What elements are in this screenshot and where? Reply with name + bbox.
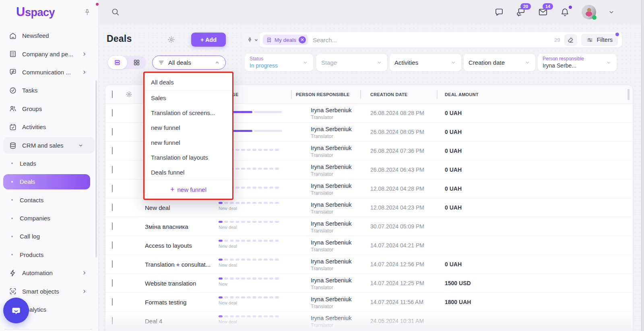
row-checkbox[interactable]	[112, 298, 113, 306]
row-checkbox[interactable]	[112, 204, 113, 211]
sidebar-item-automation[interactable]: Automation	[0, 264, 98, 282]
row-checkbox[interactable]	[112, 260, 113, 268]
sidebar-item-contacts[interactable]: Contacts	[0, 191, 98, 209]
sidebar-item-activities[interactable]: Activities	[0, 118, 98, 136]
deals-search-bar[interactable]: My deals ✕ 29 Filters	[260, 32, 622, 47]
sidebar-item-communication[interactable]: Communication ...	[0, 63, 98, 81]
funnel-option[interactable]: new funnel	[144, 120, 232, 135]
person-name[interactable]: Iryna Serbeniuk	[311, 277, 352, 284]
comment-icon[interactable]	[494, 7, 504, 17]
row-checkbox[interactable]	[112, 109, 113, 117]
search-icon[interactable]	[111, 7, 120, 16]
column-header-creation-date[interactable]: CREATION DATE	[370, 85, 408, 104]
deals-settings-gear-icon[interactable]	[167, 36, 175, 43]
person-name[interactable]: Iryna Serbeniuk	[311, 201, 352, 209]
user-avatar[interactable]	[582, 5, 596, 19]
sidebar-item-call-log[interactable]: Call log	[0, 227, 98, 245]
pin-sidebar-icon[interactable]	[83, 8, 91, 16]
column-divider[interactable]	[360, 90, 361, 99]
table-row[interactable]: Access to layoutsNew dealIryna Serbeniuk…	[105, 236, 633, 255]
stage-dash-empty	[252, 315, 256, 317]
sidebar-item-deals[interactable]: Deals	[3, 174, 90, 189]
funnel-option[interactable]: Translation of layouts	[144, 150, 232, 165]
funnel-option[interactable]: new funnel	[144, 135, 232, 150]
add-deal-button[interactable]: + Add	[191, 33, 226, 47]
table-row[interactable]: Formats testingNew dealIryna SerbeniukTr…	[105, 293, 633, 312]
row-checkbox[interactable]	[112, 279, 113, 287]
support-chat-launcher[interactable]	[3, 298, 29, 323]
sidebar-item-label: Deals	[20, 178, 35, 185]
search-input[interactable]	[313, 37, 554, 43]
sidebar-item-products[interactable]: Products	[0, 246, 98, 264]
deal-name[interactable]: Translation + consultat...	[145, 255, 211, 273]
sidebar-item-newsfeed[interactable]: Newsfeed	[0, 27, 98, 45]
table-scrollbar[interactable]	[627, 89, 630, 100]
pin-filter-dropdown[interactable]	[244, 33, 262, 47]
deal-name[interactable]: Deal 4	[145, 312, 162, 330]
table-row[interactable]: Deal 4New dealIryna SerbeniukTranslator2…	[105, 312, 633, 331]
funnel-option[interactable]: All deals	[144, 74, 232, 90]
stage-dash-empty	[235, 278, 239, 280]
filters-button[interactable]: Filters	[581, 34, 618, 46]
notifications-bell-icon[interactable]	[560, 7, 570, 17]
row-checkbox[interactable]	[112, 128, 113, 136]
deal-name[interactable]: Access to layouts	[145, 236, 192, 255]
profile-chevron-down-icon[interactable]	[608, 8, 615, 16]
sidebar-item-groups[interactable]: Groups	[0, 100, 98, 118]
sidebar-item-tasks[interactable]: Tasks	[0, 81, 98, 99]
sidebar-item-leads[interactable]: Leads	[0, 154, 98, 173]
table-row[interactable]: Website translationNewIryna SerbeniukTra…	[105, 274, 633, 293]
person-name[interactable]: Iryna Serbeniuk	[311, 144, 352, 152]
funnel-dropdown-menu: All dealsSalesTranslation of screens...n…	[143, 72, 233, 200]
deal-name[interactable]: Website translation	[145, 274, 196, 292]
mail-icon[interactable]: 14	[538, 7, 548, 17]
filter-chip-activities[interactable]: Activities	[390, 54, 461, 71]
new-funnel-button[interactable]: +new funnel	[144, 180, 232, 199]
person-name[interactable]: Iryna Serbeniuk	[311, 296, 352, 303]
sidebar-item-company-and-pe[interactable]: Company and pe...	[0, 45, 98, 63]
table-row[interactable]: New dealNew dealIryna SerbeniukTranslato…	[105, 198, 633, 217]
funnel-option[interactable]: Translation of screens...	[144, 105, 232, 120]
person-name[interactable]: Iryna Serbeniuk	[311, 220, 352, 228]
row-checkbox[interactable]	[112, 241, 113, 249]
table-settings-gear-icon[interactable]	[126, 91, 132, 98]
stage-dash-empty	[235, 168, 239, 170]
column-header-person-responsible[interactable]: PERSON RESPONSIBLE	[296, 85, 350, 104]
deal-name[interactable]: Formats testing	[145, 293, 186, 311]
person-name[interactable]: Iryna Serbeniuk	[311, 107, 352, 114]
filter-chip-creation-date[interactable]: Creation date	[464, 54, 535, 71]
row-checkbox[interactable]	[112, 317, 113, 325]
column-divider[interactable]	[437, 90, 438, 99]
person-name[interactable]: Iryna Serbeniuk	[311, 163, 352, 171]
sidebar-scrollbar[interactable]	[95, 80, 97, 257]
deal-name[interactable]: New deal	[145, 198, 170, 217]
column-header-deal-amount[interactable]: DEAL AMOUNT	[445, 85, 479, 104]
person-name[interactable]: Iryna Serbeniuk	[311, 239, 352, 247]
deal-name[interactable]: Зміна власника	[145, 217, 188, 236]
remove-tag-icon[interactable]: ✕	[299, 36, 306, 43]
filter-chip-status[interactable]: StatusIn progress	[245, 54, 313, 71]
funnel-option[interactable]: Sales	[144, 90, 232, 105]
row-checkbox[interactable]	[112, 185, 113, 192]
person-name[interactable]: Iryna Serbeniuk	[311, 125, 352, 133]
table-row[interactable]: Зміна власникаNew dealIryna SerbeniukTra…	[105, 217, 633, 236]
sidebar-item-crm-and-sales[interactable]: CRM and sales	[3, 137, 95, 153]
person-name[interactable]: Iryna Serbeniuk	[311, 315, 352, 322]
row-checkbox[interactable]	[112, 166, 113, 173]
filter-chip-person-responsible[interactable]: Person responsibleIryna Serbe...	[538, 54, 617, 71]
filter-chip-stage[interactable]: Stage	[316, 54, 387, 71]
row-checkbox[interactable]	[112, 147, 113, 154]
uspacy-logo[interactable]: Uspacy	[16, 5, 55, 19]
table-row[interactable]: Translation + consultat...New dealIryna …	[105, 255, 633, 274]
row-checkbox[interactable]	[112, 222, 113, 230]
window-scrollbar-gutter[interactable]	[641, 0, 644, 331]
sidebar-item-companies[interactable]: Companies	[0, 209, 98, 227]
my-deals-filter-tag[interactable]: My deals ✕	[263, 35, 308, 45]
clear-search-button[interactable]	[564, 34, 577, 46]
select-all-checkbox[interactable]	[112, 90, 113, 98]
column-divider[interactable]	[291, 90, 292, 99]
person-name[interactable]: Iryna Serbeniuk	[311, 182, 352, 190]
messenger-icon[interactable]: 20	[516, 7, 526, 17]
funnel-option[interactable]: Deals funnel	[144, 165, 232, 180]
person-name[interactable]: Iryna Serbeniuk	[311, 258, 352, 265]
